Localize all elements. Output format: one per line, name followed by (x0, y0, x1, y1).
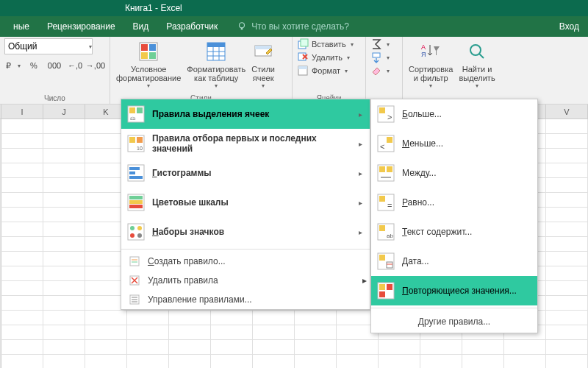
svg-text:>: > (387, 113, 392, 121)
new-rule-icon (129, 255, 140, 267)
submenu-date-occurring[interactable]: Дата... (371, 247, 537, 276)
colorscales-icon (127, 194, 145, 211)
svg-text:Я: Я (421, 51, 426, 58)
lightbulb-icon (237, 21, 247, 32)
delete-button[interactable]: Удалить▾ (297, 52, 361, 63)
group-editing: АЯ Сортировка и фильтр ▾ Найти и выделит… (403, 37, 506, 104)
svg-text:10: 10 (137, 146, 143, 151)
sort-filter-icon: АЯ (421, 42, 440, 61)
insert-button[interactable]: Вставить▾ (297, 38, 361, 50)
sign-in[interactable]: Вход (559, 21, 584, 32)
titlebar: Книга1 - Excel (0, 0, 588, 16)
submenu-arrow-icon: ▸ (359, 140, 362, 148)
svg-rect-6 (141, 52, 148, 59)
svg-rect-70 (379, 196, 385, 202)
format-button[interactable]: Формат▾ (297, 65, 361, 77)
submenu-text-contains[interactable]: ab Текст содержит... (371, 217, 537, 247)
chevron-down-icon: ▾ (89, 43, 92, 50)
svg-rect-43 (129, 205, 143, 208)
menu-icon-sets[interactable]: Наборы значков ▸ (121, 217, 370, 247)
svg-text:=: = (387, 201, 392, 210)
svg-point-26 (470, 45, 481, 55)
submenu-between[interactable]: Между... (371, 158, 537, 188)
menu-color-scales[interactable]: Цветовые шкалы ▸ (121, 188, 370, 217)
svg-point-45 (130, 226, 135, 230)
sigma-icon (370, 38, 382, 50)
tab-developer[interactable]: Разработчик (157, 17, 226, 36)
svg-rect-29 (129, 107, 135, 113)
comma-button[interactable]: 000 (46, 57, 63, 74)
tell-me[interactable]: Что вы хотите сделать? (226, 21, 349, 32)
submenu-less-than[interactable]: < Меньше... (371, 129, 537, 158)
tab-partial[interactable]: ные (4, 17, 38, 36)
submenu-duplicate-values[interactable]: Повторяющиеся значения... (371, 276, 537, 305)
menu-highlight-cells[interactable]: ≤≥ Правила выделения ячеек ▸ (121, 99, 370, 129)
date-icon (377, 252, 395, 270)
group-styles: Условное форматирование ▾ Форматировать … (110, 37, 293, 104)
submenu-more-rules[interactable]: Другие правила... (371, 311, 537, 333)
menu-top-bottom-rules[interactable]: 10 Правила отбора первых и последних зна… (121, 129, 370, 158)
svg-rect-63 (387, 137, 392, 143)
column-header[interactable]: V (546, 105, 588, 118)
menu-manage-rules[interactable]: Управление правилами... (121, 290, 370, 309)
group-number: Общий ▾ ₽▾ % 000 ←,0 →,00 Число (0, 37, 110, 104)
format-as-table-button[interactable]: Форматировать как таблицу ▾ (185, 38, 247, 89)
fill-button[interactable]: ▾ (370, 52, 398, 63)
menu-clear-rules[interactable]: Удалить правила▸ (121, 271, 370, 290)
svg-rect-41 (129, 196, 143, 199)
svg-line-27 (479, 54, 484, 58)
table-icon (206, 41, 226, 62)
submenu-arrow-icon: ▸ (359, 228, 362, 236)
svg-rect-5 (149, 44, 156, 51)
duplicate-icon (377, 282, 395, 300)
sort-filter-button[interactable]: АЯ Сортировка и фильтр ▾ (407, 38, 454, 89)
svg-rect-42 (129, 200, 143, 204)
column-header[interactable]: J (43, 105, 85, 118)
number-format-value: Общий (8, 41, 37, 52)
top-bottom-icon: 10 (127, 135, 145, 152)
conditional-formatting-button[interactable]: Условное форматирование ▾ (115, 38, 182, 89)
svg-rect-15 (255, 46, 271, 49)
svg-rect-77 (387, 262, 392, 268)
svg-point-0 (240, 23, 245, 28)
manage-rules-icon (129, 294, 140, 305)
submenu-arrow-icon: ▸ (359, 169, 362, 177)
menu-new-rule[interactable]: Создать правило... (121, 252, 370, 271)
number-format-select[interactable]: Общий ▾ (4, 38, 93, 54)
submenu-greater-than[interactable]: > Больше... (371, 99, 537, 129)
chevron-down-icon: ▾ (262, 82, 265, 89)
autosum-button[interactable]: ▾ (370, 38, 398, 50)
group-cells: Вставить▾ Удалить▾ Формат▾ Ячейки (293, 37, 366, 104)
svg-rect-9 (207, 43, 225, 47)
menu-data-bars[interactable]: Гистограммы ▸ (121, 158, 370, 188)
conditional-formatting-icon (138, 41, 159, 62)
magnifier-icon (467, 42, 487, 61)
decrease-decimal-button[interactable]: →,00 (87, 57, 104, 74)
group-editing-icons: ▾ ▾ ▾ (366, 37, 403, 104)
find-select-button[interactable]: Найти и выделить ▾ (457, 38, 496, 89)
conditional-formatting-menu: ≤≥ Правила выделения ячеек ▸ 10 Правила … (121, 99, 370, 310)
svg-rect-67 (387, 166, 392, 172)
currency-button[interactable]: ₽▾ (4, 57, 22, 74)
insert-icon (297, 38, 309, 50)
format-icon (297, 65, 309, 77)
svg-point-47 (130, 233, 135, 238)
highlight-rules-icon: ≤≥ (127, 105, 145, 123)
svg-rect-30 (137, 107, 143, 113)
clear-button[interactable]: ▾ (370, 65, 398, 77)
svg-rect-76 (379, 255, 385, 261)
fill-down-icon (370, 52, 382, 63)
svg-point-48 (137, 233, 142, 238)
greater-than-icon: > (377, 105, 395, 123)
svg-rect-33 (129, 137, 135, 143)
cell-styles-button[interactable]: Стили ячеек ▾ (250, 38, 276, 89)
svg-text:₽: ₽ (6, 61, 11, 70)
percent-button[interactable]: % (25, 57, 43, 74)
tab-view[interactable]: Вид (124, 17, 158, 36)
submenu-equal-to[interactable]: = Равно... (371, 188, 537, 217)
column-header[interactable]: I (1, 105, 43, 118)
increase-decimal-button[interactable]: ←,0 (66, 57, 84, 74)
tab-review[interactable]: Рецензирование (38, 17, 124, 36)
chevron-down-icon: ▾ (215, 82, 218, 89)
clear-rules-icon (129, 275, 140, 286)
